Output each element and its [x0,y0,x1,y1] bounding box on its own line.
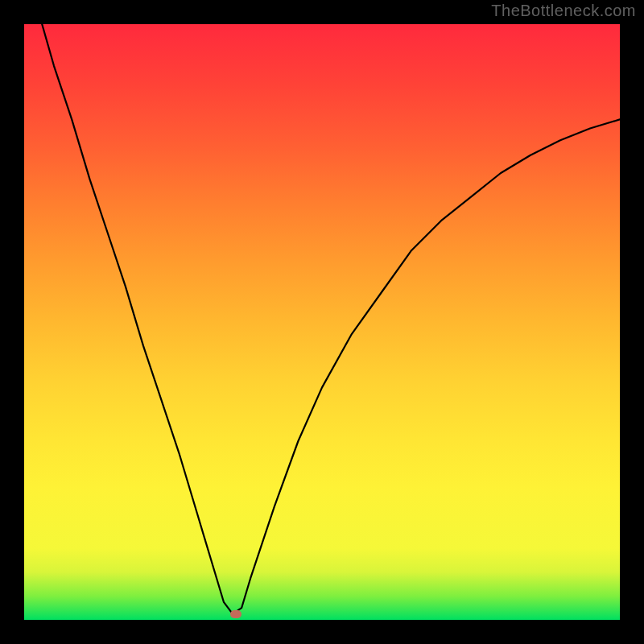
minimum-point-marker [230,610,242,618]
watermark-text: TheBottleneck.com [491,2,636,20]
bottleneck-curve [42,24,620,614]
chart-svg [24,24,620,620]
plot-area [24,24,620,620]
